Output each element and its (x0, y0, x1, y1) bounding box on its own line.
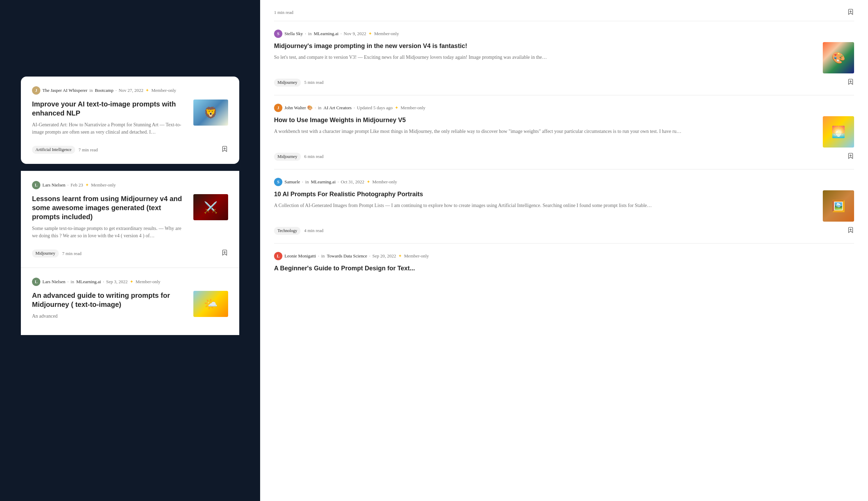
article-2-thumbnail: ⚔️ (193, 194, 228, 220)
right-article-1-title[interactable]: Midjourney's image prompting in the new … (274, 42, 817, 50)
right-article-3-content: 10 AI Prompts For Realistic Photography … (274, 190, 854, 222)
article-2-date: Feb 23 (71, 182, 83, 188)
left-panel: J The Jasper AI Whisperer in Bootcamp · … (0, 0, 260, 501)
right-article-3-in: in (305, 179, 309, 185)
article-3-in: in (71, 279, 74, 285)
article-1-star-icon: ✦ (145, 88, 149, 93)
right-article-2-excerpt: A workbench test with a character image … (274, 128, 817, 135)
right-article-4-publication[interactable]: Towards Data Science (327, 253, 367, 259)
article-2-save-button[interactable] (221, 249, 228, 258)
article-2-star-icon: ✦ (85, 182, 89, 188)
article-1-in: in (89, 88, 93, 93)
right-article-3-meta: S Samuele · in MLearning.ai · Oct 31, 20… (274, 178, 854, 186)
article-1-excerpt: AI-Generated Art: How to Narrativize a P… (32, 121, 186, 136)
right-article-2-meta: J John Walter 🎨 · in AI Art Creators · U… (274, 104, 854, 112)
article-3-avatar: L (32, 278, 40, 286)
right-article-3-avatar: S (274, 178, 282, 186)
right-article-3-author[interactable]: Samuele (284, 179, 300, 185)
right-article-1-member: Member-only (374, 31, 399, 37)
right-article-3-date: Oct 31, 2022 (341, 179, 364, 185)
right-article-4-member: Member-only (404, 253, 429, 259)
article-1-avatar: J (32, 86, 40, 95)
right-article-2-thumbnail: 🌅 (823, 116, 854, 148)
right-article-2-tag[interactable]: Midjourney (274, 153, 301, 161)
article-2-footer: Midjourney 7 min read (32, 249, 228, 258)
right-article-1: S Stella Sky · in MLearning.ai · Nov 9, … (274, 21, 854, 95)
right-article-3-footer: Technology 4 min read (274, 226, 854, 235)
article-3-date: Sep 3, 2022 (106, 279, 128, 285)
article-card-3: L Lars Nielsen · in MLearning.ai · Sep 3… (21, 268, 239, 335)
svg-text:S: S (277, 31, 280, 36)
article-2-excerpt: Some sample text-to-image prompts to get… (32, 225, 186, 239)
article-1-read-time: 7 min read (79, 147, 98, 153)
svg-text:J: J (277, 105, 279, 110)
svg-text:L: L (277, 254, 280, 259)
article-1-footer-left: Artificial Intelligence 7 min read (32, 146, 98, 154)
right-article-1-tag[interactable]: Midjourney (274, 79, 301, 87)
article-2-member: Member-only (91, 182, 116, 188)
right-article-1-footer-left: Midjourney 5 min read (274, 79, 323, 87)
article-2-title[interactable]: Lessons learnt from using Midjourney v4 … (32, 194, 186, 221)
right-article-3-save-button[interactable] (847, 226, 854, 235)
svg-text:J: J (35, 88, 37, 93)
right-article-4-title[interactable]: A Beginner's Guide to Prompt Design for … (274, 264, 854, 272)
right-article-4-in: in (321, 253, 325, 259)
article-1-date: Nov 27, 2022 (119, 88, 143, 93)
article-1-tag[interactable]: Artificial Intelligence (32, 146, 75, 154)
article-1-save-button[interactable] (221, 145, 228, 154)
svg-text:S: S (277, 180, 280, 184)
right-article-1-footer: Midjourney 5 min read (274, 78, 854, 87)
right-article-2-footer: Midjourney 6 min read (274, 152, 854, 161)
right-article-2-publication[interactable]: AI Art Creators (323, 105, 352, 111)
article-3-excerpt: An advanced (32, 312, 186, 320)
right-article-4: L Leonie Monigatti · in Towards Data Sci… (274, 244, 854, 284)
right-article-1-author[interactable]: Stella Sky (284, 31, 303, 37)
article-1-content: Improve your AI text-to-image prompts wi… (32, 100, 228, 141)
article-3-star-icon: ✦ (130, 279, 134, 285)
right-article-1-excerpt: So let's test, and compare it to version… (274, 54, 817, 61)
article-3-member: Member-only (136, 279, 160, 285)
article-2-avatar: L (32, 181, 40, 189)
right-article-2-footer-left: Midjourney 6 min read (274, 153, 323, 161)
article-2-footer-left: Midjourney 7 min read (32, 249, 81, 257)
article-1-member: Member-only (151, 88, 176, 93)
right-article-1-save-button[interactable] (847, 78, 854, 87)
article-3-publication[interactable]: MLearning.ai (76, 279, 101, 285)
article-3-content: An advanced guide to writing prompts for… (32, 291, 228, 325)
right-article-1-thumbnail: 🎨 (823, 42, 854, 73)
article-3-title[interactable]: An advanced guide to writing prompts for… (32, 291, 186, 309)
right-article-2-save-button[interactable] (847, 152, 854, 161)
article-3-author[interactable]: Lars Nielsen (42, 279, 65, 285)
article-1-title[interactable]: Improve your AI text-to-image prompts wi… (32, 100, 186, 118)
right-article-1-star-icon: ✦ (368, 31, 372, 37)
right-article-3-thumbnail: 🖼️ (823, 190, 854, 222)
right-article-1-publication[interactable]: MLearning.ai (314, 31, 338, 37)
right-article-1-date: Nov 9, 2022 (344, 31, 366, 37)
right-article-3-read-time: 4 min read (304, 228, 323, 233)
dot1: · (115, 88, 116, 93)
right-article-1-content: Midjourney's image prompting in the new … (274, 42, 854, 73)
top-read-time-row: 1 min read (274, 0, 854, 21)
right-article-2-title[interactable]: How to Use Image Weights in Midjourney V… (274, 116, 817, 124)
article-1-text: Improve your AI text-to-image prompts wi… (32, 100, 186, 141)
top-read-time-label: 1 min read (274, 10, 294, 15)
article-3-meta: L Lars Nielsen · in MLearning.ai · Sep 3… (32, 278, 228, 286)
article-2-content: Lessons learnt from using Midjourney v4 … (32, 194, 228, 245)
right-article-3: S Samuele · in MLearning.ai · Oct 31, 20… (274, 169, 854, 244)
right-article-4-author[interactable]: Leonie Monigatti (284, 253, 316, 259)
article-2-author[interactable]: Lars Nielsen (42, 182, 65, 188)
article-2-tag[interactable]: Midjourney (32, 249, 59, 257)
dot4: · (103, 279, 104, 285)
right-article-3-tag[interactable]: Technology (274, 227, 300, 235)
right-article-3-publication[interactable]: MLearning.ai (311, 179, 336, 185)
right-article-4-date: Sep 20, 2022 (372, 253, 396, 259)
article-1-meta: J The Jasper AI Whisperer in Bootcamp · … (32, 86, 228, 95)
right-article-2-author[interactable]: John Walter 🎨 (284, 105, 313, 111)
article-1-author[interactable]: The Jasper AI Whisperer (42, 88, 87, 93)
article-1-publication[interactable]: Bootcamp (95, 88, 113, 93)
right-article-3-title[interactable]: 10 AI Prompts For Realistic Photography … (274, 190, 817, 198)
right-article-4-meta: L Leonie Monigatti · in Towards Data Sci… (274, 252, 854, 260)
right-article-4-avatar: L (274, 252, 282, 260)
top-save-button[interactable] (847, 8, 854, 17)
right-article-1-meta: S Stella Sky · in MLearning.ai · Nov 9, … (274, 30, 854, 38)
